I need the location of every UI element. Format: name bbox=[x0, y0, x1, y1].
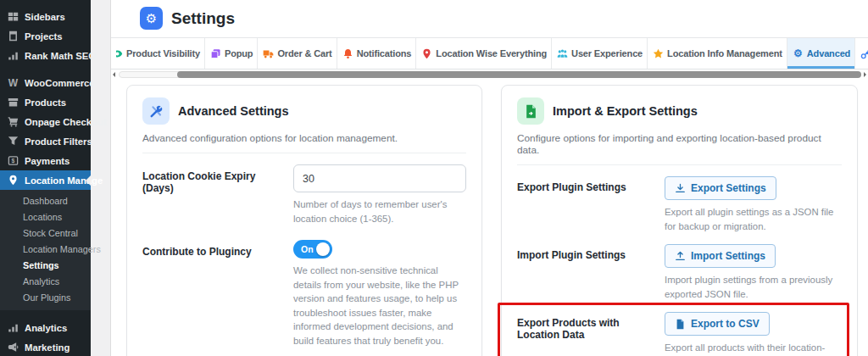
field-help-text: We collect non-sensitive technical detai… bbox=[293, 264, 466, 348]
location-cookie-expiry-days-input[interactable] bbox=[293, 164, 466, 192]
tab-location-wise-everything[interactable]: Location Wise Everything bbox=[416, 38, 552, 69]
location-pin-icon bbox=[8, 175, 19, 186]
download-icon bbox=[675, 183, 686, 194]
svg-text:$: $ bbox=[12, 158, 15, 164]
export-settings-button[interactable]: Export Settings bbox=[665, 176, 776, 200]
sidebar-item-woocommerce[interactable]: WWooCommerce bbox=[0, 73, 91, 92]
settings-panel: ⚙ Settings Product VisibilityPopupOrder … bbox=[110, 0, 868, 356]
tools-icon bbox=[142, 97, 170, 125]
sidebar-item-projects[interactable]: Projects bbox=[0, 26, 91, 46]
tab-plugin-license[interactable]: Plugin License bbox=[855, 38, 868, 69]
sidebar-item-label: Payments bbox=[25, 156, 70, 166]
tab-label: Notifications bbox=[357, 48, 412, 58]
sidebar-item-rank-math-seo[interactable]: Rank Math SEO bbox=[0, 46, 91, 65]
admin-sidebar: SidebarsProjectsRank Math SEOWWooCommerc… bbox=[0, 0, 91, 356]
tab-user-experience[interactable]: User Experience bbox=[552, 38, 648, 69]
sidebar-item-location-manage[interactable]: Location Manage bbox=[0, 170, 91, 190]
field-help-text: Export all products with their location-… bbox=[665, 341, 842, 356]
sidebar-subitem-stock-central[interactable]: Stock Central bbox=[0, 225, 91, 242]
sidebar-item-label: Product Filters bbox=[25, 136, 92, 147]
sidebar-item-payments[interactable]: $Payments bbox=[0, 151, 91, 170]
button-label: Import Settings bbox=[691, 250, 765, 262]
field-help-text: Export all plugin settings as a JSON fil… bbox=[665, 205, 842, 233]
toggle-state-label: On bbox=[301, 244, 314, 254]
scrollbar-left-arrow-icon[interactable] bbox=[113, 72, 115, 77]
card-title: Advanced Settings bbox=[178, 104, 289, 118]
sidebar-item-label: Sidebars bbox=[25, 12, 65, 22]
tabs-scrollbar[interactable] bbox=[111, 70, 868, 80]
tab-advanced[interactable]: ⚙Advanced bbox=[787, 38, 855, 69]
book-icon bbox=[8, 31, 19, 42]
export-to-csv-button[interactable]: Export to CSV bbox=[665, 312, 770, 336]
scrollbar-right-arrow-icon[interactable] bbox=[864, 72, 866, 77]
sidebar-item-analytics[interactable]: Analytics bbox=[0, 318, 91, 337]
tab-label: User Experience bbox=[571, 48, 643, 58]
field-label: Export Plugin Settings bbox=[517, 176, 665, 233]
users-icon bbox=[557, 48, 568, 59]
tab-label: Popup bbox=[225, 48, 253, 58]
tab-label: Order & Cart bbox=[277, 48, 331, 58]
clipped-icon-wrap bbox=[116, 48, 123, 59]
button-label: Export to CSV bbox=[691, 318, 760, 330]
sidebar-item-marketing[interactable]: Marketing bbox=[0, 337, 91, 356]
sidebar-item-label: Location Manage bbox=[25, 175, 103, 186]
sidebar-item-label: Products bbox=[25, 97, 66, 108]
sidebar-subitem-analytics[interactable]: Analytics bbox=[0, 274, 91, 290]
gear-icon: ⚙ bbox=[793, 48, 804, 59]
copy-icon bbox=[210, 48, 221, 59]
payments-icon: $ bbox=[8, 155, 19, 166]
sidebar-item-label: Analytics bbox=[25, 323, 67, 333]
tab-location-info-management[interactable]: Location Info Management bbox=[648, 38, 787, 69]
divider bbox=[142, 153, 466, 153]
sidebar-subitem-locations[interactable]: Locations bbox=[0, 209, 91, 225]
sidebar-item-product-filters[interactable]: Product Filters bbox=[0, 131, 91, 151]
tab-label: Advanced bbox=[807, 48, 850, 58]
csv-file-icon bbox=[675, 319, 686, 330]
toggle-knob bbox=[316, 242, 330, 256]
contribute-to-plugincy-toggle[interactable]: On bbox=[293, 240, 332, 259]
card-title: Import & Export Settings bbox=[553, 104, 698, 118]
card-header: Import & Export Settings bbox=[517, 97, 842, 125]
sidebar-item-onpage-checkout[interactable]: Onpage Checkout bbox=[0, 112, 91, 131]
tab-bar: Product VisibilityPopupOrder & CartNotif… bbox=[111, 37, 868, 70]
field-help-text: Number of days to remember user's locati… bbox=[293, 197, 466, 225]
sidebar-item-label: WooCommerce bbox=[25, 78, 95, 88]
megaphone-icon bbox=[8, 342, 19, 353]
tab-order-cart[interactable]: Order & Cart bbox=[258, 38, 337, 69]
bar-chart-icon bbox=[8, 322, 19, 333]
cards-row: Advanced Settings Advanced configuration… bbox=[111, 80, 868, 356]
button-label: Export Settings bbox=[691, 182, 766, 194]
sidebar-subitem-settings[interactable]: Settings bbox=[0, 258, 91, 274]
import-settings-button[interactable]: Import Settings bbox=[665, 244, 776, 268]
divider bbox=[517, 164, 842, 165]
sidebar-subitem-our-plugins[interactable]: Our Plugins bbox=[0, 290, 91, 306]
bell-icon bbox=[342, 48, 353, 59]
settings-field-row: Location Cookie Expiry (Days)Number of d… bbox=[142, 164, 466, 225]
tab-popup[interactable]: Popup bbox=[205, 38, 258, 69]
map-pin-icon bbox=[421, 48, 432, 59]
field-label: Contribute to Plugincy bbox=[142, 240, 293, 348]
page-header: ⚙ Settings bbox=[111, 0, 868, 37]
field-label: Export Products with Location Data bbox=[517, 312, 665, 356]
scrollbar-thumb[interactable] bbox=[177, 71, 861, 78]
card-header: Advanced Settings bbox=[142, 97, 466, 125]
tab-notifications[interactable]: Notifications bbox=[337, 38, 417, 69]
settings-field-row: Export Products with Location DataExport… bbox=[517, 312, 842, 356]
woocommerce-icon: W bbox=[8, 77, 19, 88]
tab-label: Location Info Management bbox=[667, 48, 782, 58]
upload-icon bbox=[675, 251, 686, 262]
grid-icon bbox=[8, 11, 19, 22]
sidebar-item-sidebars[interactable]: Sidebars bbox=[0, 7, 91, 26]
sidebar-subitem-dashboard[interactable]: Dashboard bbox=[0, 193, 91, 209]
sidebar-item-label: Onpage Checkout bbox=[25, 117, 107, 127]
tab-product-visibility[interactable]: Product Visibility bbox=[111, 38, 205, 69]
sidebar-item-label: Rank Math SEO bbox=[25, 51, 96, 61]
field-label: Location Cookie Expiry (Days) bbox=[142, 164, 293, 225]
sidebar-subitem-location-managers[interactable]: Location Managers bbox=[0, 242, 91, 258]
doc-export-icon bbox=[517, 97, 544, 125]
star-icon bbox=[653, 48, 664, 59]
settings-field-row: Import Plugin SettingsImport SettingsImp… bbox=[517, 244, 842, 301]
advanced-settings-card: Advanced Settings Advanced configuration… bbox=[126, 85, 482, 356]
sidebar-item-products[interactable]: Products bbox=[0, 92, 91, 112]
tab-label: Product Visibility bbox=[126, 48, 200, 58]
